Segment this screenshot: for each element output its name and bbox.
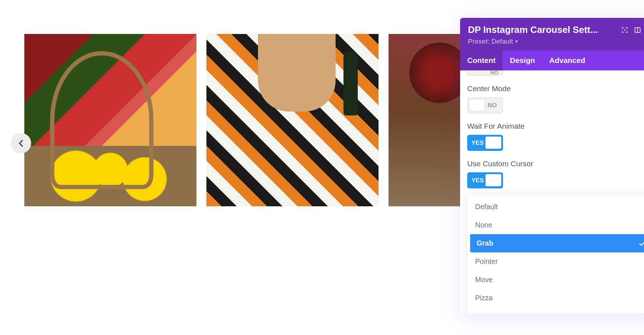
chevron-left-icon: [19, 139, 24, 147]
settings-tabs: Content Design Advanced: [460, 50, 644, 70]
preset-label: Preset: Default: [468, 38, 513, 45]
setting-use-custom-cursor: Use Custom Cursor YES: [467, 159, 644, 188]
tab-design[interactable]: Design: [503, 50, 542, 70]
cursor-option-grab[interactable]: Grab: [470, 234, 644, 252]
cursor-option-none[interactable]: None: [467, 216, 644, 234]
setting-center-mode: Center Mode NO: [467, 84, 644, 113]
check-icon: [639, 241, 644, 246]
panel-title: DP Instagram Carousel Sett...: [468, 24, 616, 35]
toggle-center-mode[interactable]: NO: [467, 97, 503, 113]
caret-down-icon: ▼: [514, 39, 519, 44]
toggle-knob: [469, 99, 485, 112]
carousel-image[interactable]: [24, 34, 196, 206]
carousel-prev-button[interactable]: [11, 133, 31, 153]
tab-content[interactable]: Content: [460, 50, 503, 70]
settings-panel: DP Instagram Carousel Sett... Preset: De…: [460, 18, 644, 314]
cursor-option-default[interactable]: Default: [467, 198, 644, 216]
tab-advanced[interactable]: Advanced: [542, 50, 592, 70]
svg-point-0: [624, 29, 625, 30]
cursor-option-pointer[interactable]: Pointer: [467, 252, 644, 271]
toggle-partial[interactable]: NO: [467, 70, 503, 76]
setting-wait-for-animate: Wait For Animate YES: [467, 122, 644, 151]
cursor-option-pizza[interactable]: Pizza: [467, 289, 644, 307]
focus-icon[interactable]: [621, 26, 629, 34]
responsive-icon[interactable]: [634, 26, 641, 34]
toggle-knob: [486, 137, 501, 149]
carousel-image[interactable]: [206, 34, 379, 206]
setting-label: Center Mode: [467, 84, 644, 93]
toggle-knob: [486, 174, 501, 186]
cursor-option-move[interactable]: Move: [467, 271, 644, 289]
cursor-option-burger[interactable]: Burger: [467, 307, 644, 314]
setting-label: Wait For Animate: [467, 122, 644, 130]
toggle-use-custom-cursor[interactable]: YES: [467, 172, 503, 188]
toggle-wait-for-animate[interactable]: YES: [467, 135, 503, 151]
cursor-dropdown: DefaultNoneGrabPointerMovePizzaBurger: [467, 195, 644, 314]
panel-body: NO Center Mode NO Wait For Animate YES U…: [460, 70, 644, 314]
preset-selector[interactable]: Preset: Default ▼: [468, 38, 644, 45]
setting-label: Use Custom Cursor: [467, 159, 644, 168]
panel-header: DP Instagram Carousel Sett... Preset: De…: [460, 18, 644, 50]
